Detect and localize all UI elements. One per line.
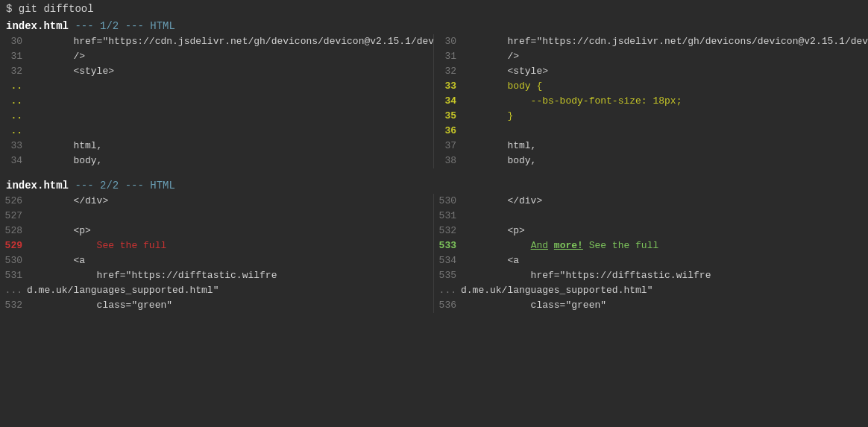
diff-line: 32 <style> (0, 64, 433, 79)
diff-line: ... d.me.uk/languages_supported.html" (434, 283, 868, 298)
header-rest-1: --- 1/2 --- HTML (69, 20, 175, 32)
diff-line: 530 <a (0, 253, 433, 268)
file-header-1: index.html --- 1/2 --- HTML (0, 18, 868, 34)
filename-1: index.html (6, 20, 69, 32)
diff-section-2: 526 </div> 527 528 <p> 529 See the full … (0, 194, 868, 313)
diff-line: 531 href="https://difftastic.wilfre (0, 268, 433, 283)
diff-line: 31 /> (0, 49, 433, 64)
diff-line: .. (0, 109, 433, 124)
diff-line: .. (0, 124, 433, 139)
separator (0, 168, 868, 177)
diff-left-pane-1: 30 href="https://cdn.jsdelivr.net/gh/dev… (0, 34, 434, 168)
diff-line: 35 } (434, 109, 868, 124)
prompt-line: $ git difftool (0, 0, 868, 18)
prompt-text: $ git difftool (6, 3, 94, 15)
diff-right-pane-1: 30 href="https://cdn.jsdelivr.net/gh/dev… (434, 34, 868, 168)
diff-line: 33 html, (0, 139, 433, 154)
terminal: $ git difftool index.html --- 1/2 --- HT… (0, 0, 868, 427)
diff-line: 36 (434, 124, 868, 139)
diff-left-pane-2: 526 </div> 527 528 <p> 529 See the full … (0, 194, 434, 313)
added-more: more! (554, 240, 583, 251)
diff-line: 33 body { (434, 79, 868, 94)
diff-line: 530 </div> (434, 194, 868, 209)
diff-line: 533 And more! See the full (434, 238, 868, 253)
diff-line: 532 class="green" (0, 298, 433, 313)
diff-line: 535 href="https://difftastic.wilfre (434, 268, 868, 283)
diff-line: .. (0, 79, 433, 94)
diff-line: 529 See the full (0, 238, 433, 253)
diff-line: 30 href="https://cdn.jsdelivr.net/gh/dev… (434, 34, 868, 49)
diff-line: 528 <p> (0, 224, 433, 238)
diff-right-pane-2: 530 </div> 531 532 <p> 533 And more! See… (434, 194, 868, 313)
added-and: And (531, 240, 548, 251)
header-rest-2: --- 2/2 --- HTML (69, 180, 175, 192)
diff-line: 527 (0, 209, 433, 224)
file-header-2: index.html --- 2/2 --- HTML (0, 177, 868, 194)
diff-line: 536 class="green" (434, 298, 868, 313)
diff-line: 34 body, (0, 154, 433, 168)
diff-line: 526 </div> (0, 194, 433, 209)
diff-line: 37 html, (434, 139, 868, 154)
filename-2: index.html (6, 180, 69, 192)
diff-line: 32 <style> (434, 64, 868, 79)
diff-line: 534 <a (434, 253, 868, 268)
diff-line: .. (0, 94, 433, 109)
diff-line: 531 (434, 209, 868, 224)
diff-line: 30 href="https://cdn.jsdelivr.net/gh/dev… (0, 34, 433, 49)
diff-line: 34 --bs-body-font-size: 18px; (434, 94, 868, 109)
diff-line: 31 /> (434, 49, 868, 64)
diff-line: 532 <p> (434, 224, 868, 238)
diff-line: 38 body, (434, 154, 868, 168)
diff-section-1: 30 href="https://cdn.jsdelivr.net/gh/dev… (0, 34, 868, 168)
diff-line: ... d.me.uk/languages_supported.html" (0, 283, 433, 298)
